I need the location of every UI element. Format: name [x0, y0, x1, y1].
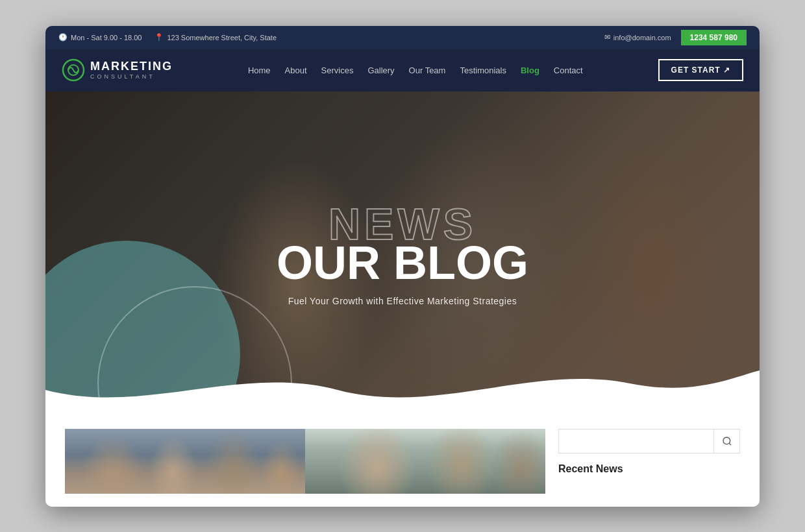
- blog-image-2: [305, 429, 545, 494]
- hero-wave: [45, 338, 760, 416]
- browser-window: 🕐 Mon - Sat 9.00 - 18.00 📍 123 Somewhere…: [45, 26, 760, 507]
- sidebar: Recent News: [558, 429, 740, 494]
- logo[interactable]: MARKETING CONSULTANT: [62, 58, 173, 82]
- nav-gallery[interactable]: Gallery: [367, 66, 394, 75]
- search-button[interactable]: [713, 429, 739, 453]
- svg-line-3: [729, 443, 731, 445]
- address-text: 123 Somewhere Street, City, State: [167, 34, 277, 42]
- search-box: [558, 429, 740, 453]
- top-bar-right: ✉ info@domain.com 1234 587 980: [604, 30, 747, 45]
- nav-home[interactable]: Home: [248, 66, 271, 75]
- recent-news-label: Recent News: [558, 463, 740, 475]
- content-area: Recent News: [45, 416, 760, 507]
- email-icon: ✉: [604, 33, 610, 42]
- blog-images: [65, 429, 545, 494]
- location-icon: 📍: [155, 33, 164, 42]
- nav-links: Home About Services Gallery Our Team Tes…: [248, 66, 583, 75]
- nav-testimonials[interactable]: Testimonials: [460, 66, 506, 75]
- address-info: 📍 123 Somewhere Street, City, State: [155, 33, 277, 42]
- navbar: MARKETING CONSULTANT Home About Services…: [45, 49, 760, 91]
- email-info: ✉ info@domain.com: [604, 33, 671, 42]
- logo-icon: [62, 58, 85, 82]
- search-icon: [722, 436, 732, 446]
- nav-services[interactable]: Services: [321, 66, 354, 75]
- hours-text: Mon - Sat 9.00 - 18.00: [71, 34, 142, 42]
- hero-title: OUR BLOG: [45, 239, 760, 285]
- email-text: info@domain.com: [613, 34, 671, 42]
- clock-icon: 🕐: [58, 33, 68, 42]
- blog-image-1-bg: [65, 429, 305, 494]
- nav-our-team[interactable]: Our Team: [409, 66, 446, 75]
- phone-badge[interactable]: 1234 587 980: [681, 30, 747, 45]
- hero-subtitle: Fuel Your Growth with Effective Marketin…: [45, 295, 760, 306]
- top-bar: 🕐 Mon - Sat 9.00 - 18.00 📍 123 Somewhere…: [45, 26, 760, 49]
- hero-section: NEWS OUR BLOG Fuel Your Growth with Effe…: [45, 91, 760, 416]
- nav-contact[interactable]: Contact: [554, 66, 583, 75]
- svg-point-2: [723, 437, 730, 444]
- brand-name: MARKETING: [90, 60, 173, 73]
- blog-image-1: [65, 429, 305, 494]
- nav-about[interactable]: About: [285, 66, 307, 75]
- top-bar-left: 🕐 Mon - Sat 9.00 - 18.00 📍 123 Somewhere…: [58, 33, 277, 42]
- nav-blog[interactable]: Blog: [521, 66, 539, 75]
- logo-text-block: MARKETING CONSULTANT: [90, 60, 173, 80]
- hero-content: NEWS OUR BLOG Fuel Your Growth with Effe…: [45, 201, 760, 306]
- get-start-button[interactable]: GET START ↗: [658, 59, 743, 81]
- brand-sub: CONSULTANT: [90, 73, 173, 80]
- blog-image-2-bg: [305, 429, 545, 494]
- search-input[interactable]: [559, 429, 713, 453]
- hours-info: 🕐 Mon - Sat 9.00 - 18.00: [58, 33, 142, 42]
